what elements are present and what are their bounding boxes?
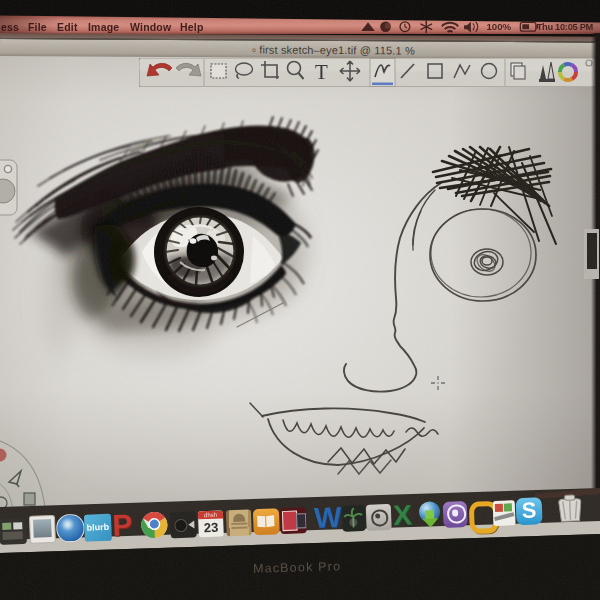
- svg-text:T: T: [315, 60, 328, 84]
